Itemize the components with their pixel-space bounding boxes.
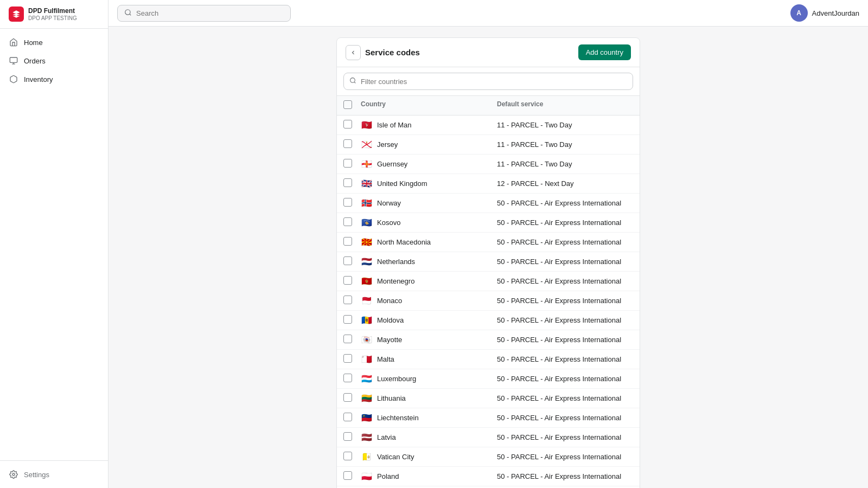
country-name: Mayotte (377, 336, 402, 344)
country-cell: 🇲🇪 Montenegro (361, 277, 497, 286)
add-country-button[interactable]: Add country (578, 44, 631, 60)
sidebar: DPD Fulfilment DPO APP TESTING Home Orde… (0, 0, 108, 488)
table-row: 🇱🇹 Lithuania 50 - PARCEL - Air Express I… (337, 389, 640, 408)
country-name: Malta (377, 355, 394, 363)
app-name: DPD Fulfilment (28, 7, 77, 15)
row-checkbox[interactable] (343, 374, 352, 382)
search-bar[interactable] (117, 5, 291, 22)
sidebar-nav: Home Orders Inventory (0, 29, 108, 460)
search-input[interactable] (136, 9, 284, 17)
filter-countries-input[interactable] (361, 78, 627, 86)
country-cell: 🇲🇨 Monaco (361, 297, 497, 305)
table-row: 🇱🇻 Latvia 50 - PARCEL - Air Express Inte… (337, 428, 640, 447)
row-checkbox[interactable] (343, 178, 352, 187)
country-flag: 🇬🇧 (361, 179, 373, 188)
country-cell: 🇲🇩 Moldova (361, 316, 497, 325)
sidebar-item-orders[interactable]: Orders (0, 52, 108, 70)
country-name: Norway (377, 199, 401, 207)
row-checkbox[interactable] (343, 159, 352, 168)
row-checkbox[interactable] (343, 413, 352, 421)
table-row: 🇻🇦 Vatican City 50 - PARCEL - Air Expres… (337, 447, 640, 467)
row-checkbox[interactable] (343, 276, 352, 285)
account-name: AdventJourdan (812, 9, 859, 17)
country-name: Luxembourg (377, 375, 416, 383)
row-checkbox[interactable] (343, 139, 352, 148)
filter-search-icon (349, 77, 356, 86)
country-name: Netherlands (377, 258, 415, 266)
country-flag: 🇱🇺 (361, 375, 373, 383)
topbar-right: A AdventJourdan (790, 4, 859, 22)
app-logo (9, 7, 24, 22)
back-button[interactable] (346, 45, 361, 60)
sidebar-item-settings[interactable]: Settings (0, 465, 108, 484)
table-row: 🇬🇬 Guernsey 11 - PARCEL - Two Day (337, 155, 640, 174)
table-row: 🇵🇱 Poland 50 - PARCEL - Air Express Inte… (337, 467, 640, 486)
row-checkbox-cell (343, 178, 361, 189)
service-code: 50 - PARCEL - Air Express International (497, 355, 633, 363)
country-flag: 🇬🇬 (361, 160, 373, 169)
filter-input-container[interactable] (343, 73, 633, 90)
row-checkbox[interactable] (343, 237, 352, 246)
sidebar-footer: Settings (0, 460, 108, 488)
table-row: 🇲🇩 Moldova 50 - PARCEL - Air Express Int… (337, 311, 640, 330)
row-checkbox-cell (343, 296, 361, 306)
country-flag: 🇱🇮 (361, 414, 373, 422)
page-content: Service codes Add country Country (108, 27, 868, 488)
row-checkbox-cell (343, 256, 361, 267)
country-flag: 🇮🇲 (361, 121, 373, 130)
service-code: 50 - PARCEL - Air Express International (497, 297, 633, 305)
sidebar-label-settings: Settings (24, 471, 49, 479)
svg-line-5 (130, 14, 131, 15)
service-code: 50 - PARCEL - Air Express International (497, 414, 633, 422)
service-code: 11 - PARCEL - Two Day (497, 140, 633, 149)
row-checkbox-cell (343, 198, 361, 208)
service-code: 50 - PARCEL - Air Express International (497, 199, 633, 207)
country-name: Lithuania (377, 394, 406, 402)
country-name: Monaco (377, 297, 402, 305)
row-checkbox-cell (343, 452, 361, 462)
service-column-header: Default service (497, 100, 633, 111)
row-checkbox[interactable] (343, 354, 352, 363)
row-checkbox[interactable] (343, 217, 352, 226)
sidebar-item-inventory[interactable]: Inventory (0, 70, 108, 88)
row-checkbox-cell (343, 413, 361, 423)
svg-point-3 (12, 473, 15, 476)
row-checkbox[interactable] (343, 335, 352, 343)
country-name: Jersey (377, 140, 398, 149)
row-checkbox[interactable] (343, 296, 352, 304)
country-flag: 🇲🇨 (361, 297, 373, 305)
row-checkbox[interactable] (343, 432, 352, 441)
select-all-checkbox[interactable] (343, 100, 352, 109)
row-checkbox[interactable] (343, 452, 352, 460)
sidebar-item-home[interactable]: Home (0, 33, 108, 52)
country-cell: 🇵🇱 Poland (361, 472, 497, 481)
country-cell: 🇱🇻 Latvia (361, 433, 497, 442)
table-row: 🇱🇮 Liechtenstein 50 - PARCEL - Air Expre… (337, 408, 640, 428)
home-icon (9, 37, 18, 47)
row-checkbox-cell (343, 374, 361, 384)
country-name: North Macedonia (377, 238, 431, 246)
row-checkbox[interactable] (343, 315, 352, 324)
country-cell: 🇱🇺 Luxembourg (361, 375, 497, 383)
row-checkbox-cell (343, 159, 361, 169)
service-code: 50 - PARCEL - Air Express International (497, 316, 633, 324)
service-code: 50 - PARCEL - Air Express International (497, 277, 633, 285)
row-checkbox-cell (343, 139, 361, 150)
country-flag: 🇲🇰 (361, 238, 373, 247)
svg-rect-0 (10, 57, 17, 62)
table-row: 🇲🇨 Monaco 50 - PARCEL - Air Express Inte… (337, 291, 640, 311)
country-flag: 🇲🇪 (361, 277, 373, 286)
country-name: United Kingdom (377, 179, 427, 188)
row-checkbox[interactable] (343, 393, 352, 402)
service-code: 50 - PARCEL - Air Express International (497, 453, 633, 461)
svg-line-7 (354, 82, 355, 83)
row-checkbox[interactable] (343, 198, 352, 207)
country-name: Liechtenstein (377, 414, 419, 422)
row-checkbox[interactable] (343, 256, 352, 265)
country-cell: 🇮🇲 Isle of Man (361, 121, 497, 130)
table-body: 🇮🇲 Isle of Man 11 - PARCEL - Two Day 🇯🇪 … (337, 115, 640, 488)
row-checkbox[interactable] (343, 471, 352, 480)
service-codes-card: Service codes Add country Country (336, 37, 640, 488)
row-checkbox[interactable] (343, 120, 352, 129)
country-cell: 🇯🇪 Jersey (361, 140, 497, 149)
